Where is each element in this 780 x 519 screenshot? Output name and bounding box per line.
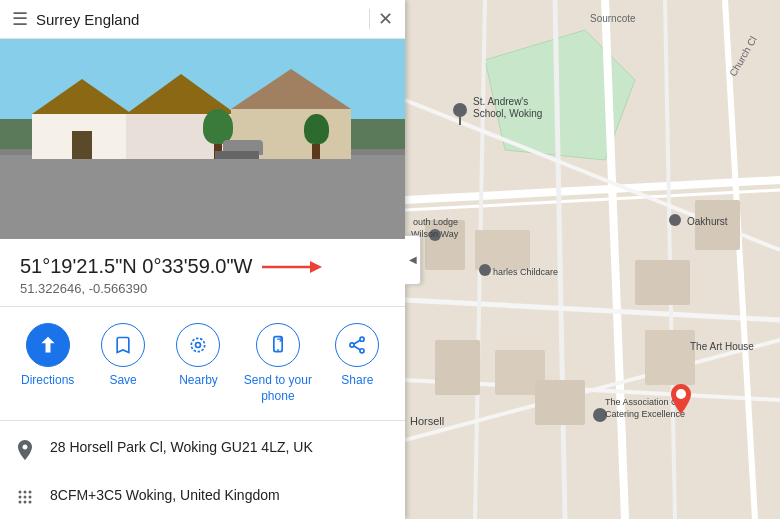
svg-marker-1 — [310, 261, 322, 273]
svg-point-2 — [196, 343, 201, 348]
svg-rect-41 — [535, 380, 585, 425]
save-icon — [101, 323, 145, 367]
street-view-image — [0, 39, 405, 239]
svg-point-3 — [192, 338, 205, 351]
coordinates-decimal: 51.322646, -0.566390 — [20, 281, 385, 296]
map-area[interactable]: St. Andrew's School, Woking Oakhurst Chu… — [405, 0, 780, 519]
save-button[interactable]: Save — [93, 323, 153, 404]
address-row: 28 Horsell Park Cl, Woking GU21 4LZ, UK — [0, 429, 405, 477]
svg-point-16 — [24, 496, 27, 499]
svg-text:harles Childcare: harles Childcare — [493, 267, 558, 277]
svg-point-60 — [676, 389, 686, 399]
svg-point-20 — [29, 501, 32, 504]
info-section: 28 Horsell Park Cl, Woking GU21 4LZ, UK … — [0, 421, 405, 519]
svg-point-8 — [350, 343, 354, 347]
svg-point-54 — [479, 264, 491, 276]
svg-text:School, Woking: School, Woking — [473, 108, 542, 119]
address-text: 28 Horsell Park Cl, Woking GU21 4LZ, UK — [50, 439, 313, 455]
svg-point-12 — [19, 491, 22, 494]
map-svg: St. Andrew's School, Woking Oakhurst Chu… — [405, 0, 780, 519]
svg-point-14 — [29, 491, 32, 494]
send-to-phone-button[interactable]: Send to your phone — [244, 323, 312, 404]
send-to-phone-icon — [256, 323, 300, 367]
svg-point-13 — [24, 491, 27, 494]
search-input[interactable] — [36, 11, 361, 28]
search-divider — [369, 9, 370, 29]
plus-code-icon — [16, 488, 34, 511]
directions-button[interactable]: Directions — [18, 323, 78, 404]
svg-point-46 — [669, 214, 681, 226]
svg-point-17 — [29, 496, 32, 499]
svg-text:The Art House: The Art House — [690, 341, 754, 352]
nearby-icon — [176, 323, 220, 367]
search-bar: ☰ ✕ — [0, 0, 405, 39]
svg-point-9 — [360, 349, 364, 353]
svg-point-15 — [19, 496, 22, 499]
svg-point-18 — [19, 501, 22, 504]
action-buttons: Directions Save Nearby — [0, 307, 405, 421]
svg-point-7 — [360, 337, 364, 341]
collapse-arrow-icon: ◀ — [409, 254, 417, 265]
svg-rect-35 — [475, 230, 530, 270]
arrow-indicator — [262, 257, 322, 277]
nearby-button[interactable]: Nearby — [168, 323, 228, 404]
share-button[interactable]: Share — [327, 323, 387, 404]
plus-code-row: 8CFM+3C5 Woking, United Kingdom — [0, 477, 405, 519]
svg-rect-34 — [425, 220, 465, 270]
collapse-panel-button[interactable]: ◀ — [405, 235, 421, 285]
share-icon — [335, 323, 379, 367]
svg-text:outh Lodge: outh Lodge — [413, 217, 458, 227]
plus-code-text: 8CFM+3C5 Woking, United Kingdom — [50, 487, 280, 503]
svg-rect-36 — [435, 340, 480, 395]
svg-rect-39 — [645, 330, 695, 385]
left-panel: ☰ ✕ — [0, 0, 405, 519]
svg-text:St. Andrew's: St. Andrew's — [473, 96, 528, 107]
hamburger-icon[interactable]: ☰ — [12, 8, 28, 30]
map-pin — [667, 384, 695, 424]
svg-rect-38 — [635, 260, 690, 305]
svg-line-10 — [354, 340, 360, 344]
svg-line-11 — [354, 346, 360, 350]
svg-text:Horsell: Horsell — [410, 415, 444, 427]
location-pin-icon — [16, 440, 34, 467]
svg-point-19 — [24, 501, 27, 504]
svg-text:Sourncote: Sourncote — [590, 13, 636, 24]
coordinates-section: 51°19'21.5"N 0°33'59.0"W 51.322646, -0.5… — [0, 239, 405, 307]
coordinates-dms: 51°19'21.5"N 0°33'59.0"W — [20, 255, 385, 278]
directions-icon — [26, 323, 70, 367]
svg-text:Oakhurst: Oakhurst — [687, 216, 728, 227]
close-icon[interactable]: ✕ — [378, 8, 393, 30]
